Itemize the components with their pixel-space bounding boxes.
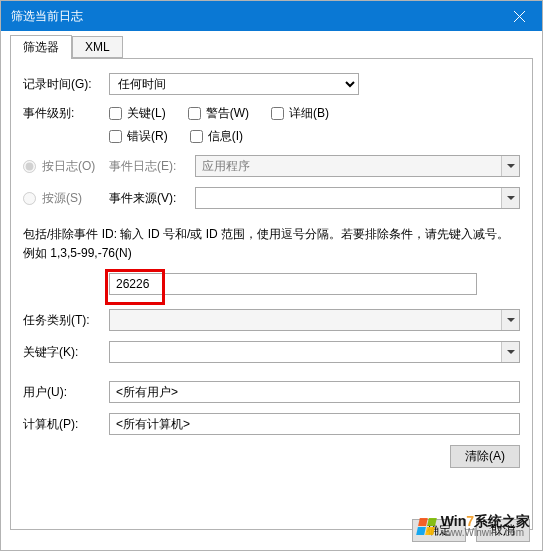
- event-level-checks-2: 错误(R) 信息(I): [109, 128, 243, 145]
- check-critical-box[interactable]: [109, 107, 122, 120]
- row-keywords: 关键字(K):: [23, 341, 520, 363]
- event-log-combo[interactable]: 应用程序: [195, 155, 520, 177]
- ok-button[interactable]: 确定: [412, 519, 466, 542]
- check-critical[interactable]: 关键(L): [109, 105, 166, 122]
- task-category-combo[interactable]: [109, 309, 520, 331]
- label-user: 用户(U):: [23, 384, 109, 401]
- chevron-down-icon: [507, 196, 515, 200]
- tab-strip: 筛选器 XML: [10, 36, 533, 58]
- keywords-dropdown-button[interactable]: [501, 342, 519, 362]
- radio-by-log-input[interactable]: [23, 160, 36, 173]
- check-warning-box[interactable]: [188, 107, 201, 120]
- check-error[interactable]: 错误(R): [109, 128, 168, 145]
- event-source-dropdown-button[interactable]: [501, 188, 519, 208]
- cancel-button[interactable]: 取消: [476, 519, 530, 542]
- label-computer: 计算机(P):: [23, 416, 109, 433]
- clear-row: 清除(A): [23, 445, 520, 468]
- radio-by-log[interactable]: 按日志(O): [23, 158, 109, 175]
- check-error-box[interactable]: [109, 130, 122, 143]
- label-event-level: 事件级别:: [23, 105, 109, 122]
- radio-by-source[interactable]: 按源(S): [23, 190, 109, 207]
- tab-xml[interactable]: XML: [72, 36, 123, 58]
- label-event-log: 事件日志(E):: [109, 158, 195, 175]
- radio-by-source-input[interactable]: [23, 192, 36, 205]
- dialog-footer: 确定 取消: [412, 519, 530, 542]
- check-info[interactable]: 信息(I): [190, 128, 243, 145]
- title-bar: 筛选当前日志: [1, 1, 542, 31]
- clear-button[interactable]: 清除(A): [450, 445, 520, 468]
- row-log-time: 记录时间(G): 任何时间: [23, 73, 520, 95]
- computer-input[interactable]: [109, 413, 520, 435]
- event-id-input[interactable]: [109, 273, 477, 295]
- user-input[interactable]: [109, 381, 520, 403]
- dialog-window: 筛选当前日志 筛选器 XML 记录时间(G): 任何时间 事件级别: 关键(L)…: [0, 0, 543, 551]
- check-verbose-box[interactable]: [271, 107, 284, 120]
- label-log-time: 记录时间(G):: [23, 76, 109, 93]
- keywords-combo[interactable]: [109, 341, 520, 363]
- chevron-down-icon: [507, 318, 515, 322]
- row-event-level-1: 事件级别: 关键(L) 警告(W) 详细(B): [23, 105, 520, 122]
- event-log-dropdown-button[interactable]: [501, 156, 519, 176]
- tab-panel: 记录时间(G): 任何时间 事件级别: 关键(L) 警告(W) 详细(B) 错误…: [10, 58, 533, 530]
- event-id-description: 包括/排除事件 ID: 输入 ID 号和/或 ID 范围，使用逗号分隔。若要排除…: [23, 225, 520, 263]
- event-log-value: 应用程序: [196, 158, 256, 175]
- row-user: 用户(U):: [23, 381, 520, 403]
- tab-filter[interactable]: 筛选器: [10, 35, 72, 59]
- row-task-category: 任务类别(T):: [23, 309, 520, 331]
- chevron-down-icon: [507, 350, 515, 354]
- event-level-checks-1: 关键(L) 警告(W) 详细(B): [109, 105, 329, 122]
- log-time-select[interactable]: 任何时间: [109, 73, 359, 95]
- window-title: 筛选当前日志: [11, 8, 83, 25]
- chevron-down-icon: [507, 164, 515, 168]
- check-verbose[interactable]: 详细(B): [271, 105, 329, 122]
- row-computer: 计算机(P):: [23, 413, 520, 435]
- row-by-source: 按源(S) 事件来源(V):: [23, 187, 520, 209]
- dialog-body: 筛选器 XML 记录时间(G): 任何时间 事件级别: 关键(L) 警告(W) …: [1, 31, 542, 530]
- row-event-level-2: 错误(R) 信息(I): [23, 128, 520, 145]
- close-icon: [514, 11, 525, 22]
- row-by-log: 按日志(O) 事件日志(E): 应用程序: [23, 155, 520, 177]
- event-id-field-wrap: [109, 273, 520, 295]
- label-task-category: 任务类别(T):: [23, 312, 109, 329]
- label-event-source: 事件来源(V):: [109, 190, 195, 207]
- check-warning[interactable]: 警告(W): [188, 105, 249, 122]
- check-info-box[interactable]: [190, 130, 203, 143]
- label-keywords: 关键字(K):: [23, 344, 109, 361]
- close-button[interactable]: [497, 1, 542, 31]
- event-source-combo[interactable]: [195, 187, 520, 209]
- task-category-dropdown-button[interactable]: [501, 310, 519, 330]
